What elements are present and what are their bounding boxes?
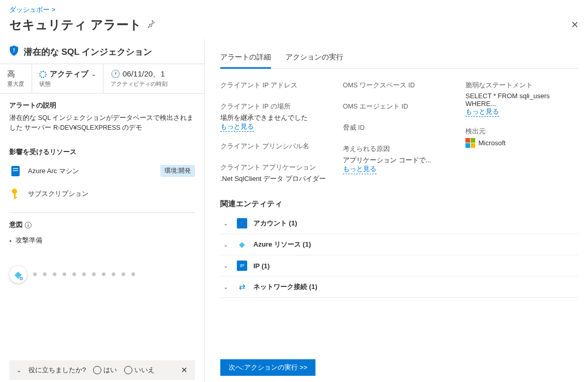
timeline-dot: [33, 272, 37, 276]
entities-title: 関連エンティティ: [220, 193, 578, 213]
severity-cell: 高 重大度: [0, 64, 32, 93]
breadcrumb[interactable]: ダッシュボー >: [9, 5, 579, 14]
breadcrumb-sep: >: [52, 6, 56, 13]
status-label: 状態: [39, 80, 96, 88]
chevron-down-icon[interactable]: ⌄: [92, 71, 96, 77]
timeline-dot: [92, 272, 96, 276]
clock-icon: 🕐: [111, 69, 120, 78]
close-icon[interactable]: ✕: [571, 19, 579, 30]
alert-title: 潜在的な SQL インジェクション: [24, 46, 152, 58]
chevron-down-icon: ⌄: [223, 284, 231, 291]
detected-value: Microsoft: [478, 139, 506, 147]
feedback-question: 役に立ちましたか?: [28, 365, 86, 375]
chevron-down-icon[interactable]: ⌄: [17, 367, 21, 374]
page-title: セキュリティ アラート: [9, 17, 142, 33]
time-cell: 🕐06/11/20、1 アクティビティの時刻: [103, 64, 204, 93]
feedback-yes[interactable]: はい: [93, 365, 117, 375]
oms-workspace-label: OMS ワークスペース ID: [343, 81, 455, 90]
client-app-label: クライアント アプリケーション: [220, 163, 333, 172]
description-title: アラートの説明: [9, 101, 195, 110]
client-ip-loc-label: クライアント IP の場所: [220, 102, 333, 111]
entity-azure[interactable]: ⌄ ◆ Azure リソース (1): [220, 234, 578, 255]
threat-id-label: 脅威 ID: [343, 124, 455, 132]
entity-network-label: ネットワーク接続 (1): [253, 282, 318, 292]
oms-agent-label: OMS エージェント ID: [343, 102, 455, 111]
timeline-dot: [102, 272, 105, 276]
resource-sub-label: サブスクリプション: [28, 189, 88, 198]
breadcrumb-dashboard[interactable]: ダッシュボー: [9, 6, 50, 13]
svg-rect-5: [14, 193, 16, 199]
azure-resource-icon: ◆: [237, 239, 247, 250]
resource-arc-label: Azure Arc マシン: [28, 166, 79, 176]
timeline-dot: [43, 272, 47, 276]
info-icon[interactable]: i: [25, 222, 32, 228]
timeline-dot: [63, 272, 66, 276]
tab-details[interactable]: アラートの詳細: [220, 50, 271, 69]
intent-item: 攻撃準備: [9, 233, 195, 248]
entity-account[interactable]: ⌄ 👤 アカウント (1): [220, 213, 578, 234]
entity-azure-label: Azure リソース (1): [253, 240, 311, 249]
detected-label: 検出元: [465, 127, 578, 136]
more-link[interactable]: もっと見る: [465, 108, 499, 117]
resource-arc[interactable]: Azure Arc マシン 環境:開発: [9, 160, 195, 182]
timeline-dot: [131, 272, 135, 276]
entity-account-label: アカウント (1): [253, 219, 297, 228]
timeline-current-node[interactable]: ◆: [9, 266, 27, 283]
status-cell[interactable]: アクティブ ⌄ 状態: [32, 64, 103, 93]
svg-rect-3: [13, 170, 18, 171]
description-body: 潜在的な SQL インジェクションがデータベースで検出されました サーバー R-…: [9, 113, 195, 133]
severity-label: 重大度: [7, 80, 24, 88]
cube-icon: ◆: [14, 269, 22, 280]
chevron-down-icon: ⌄: [223, 241, 231, 248]
account-icon: 👤: [237, 218, 247, 228]
severity-value: 高: [7, 69, 24, 79]
entity-ip-label: IP (1): [253, 262, 270, 270]
feedback-bar: ⌄ 役に立ちましたか? はい いいえ ✕: [9, 360, 195, 380]
timeline-dot: [72, 272, 76, 276]
chevron-down-icon: ⌄: [223, 220, 231, 227]
client-ip-loc-value: 場所を継承できませんでした: [220, 113, 333, 123]
status-value: アクティブ: [50, 69, 88, 79]
client-app-value: .Net SqlClient データ プロバイダー: [220, 174, 333, 184]
svg-text:!: !: [13, 47, 15, 53]
kill-chain-timeline: ◆: [0, 255, 204, 294]
feedback-no[interactable]: いいえ: [124, 365, 155, 375]
svg-rect-6: [14, 197, 17, 198]
time-label: アクティビティの時刻: [111, 80, 197, 88]
cause-value: アプリケーション コードで...: [343, 156, 455, 165]
entity-network[interactable]: ⌄ ⇄ ネットワーク接続 (1): [220, 277, 578, 298]
time-value: 06/11/20、1: [123, 69, 165, 78]
more-link[interactable]: もっと見る: [220, 123, 254, 132]
timeline-dot: [82, 272, 86, 276]
sql-server-icon: [9, 165, 22, 177]
tab-actions[interactable]: アクションの実行: [285, 50, 343, 68]
vuln-label: 脆弱なステートメント: [465, 81, 578, 90]
key-icon: [9, 188, 22, 200]
ip-icon: IP: [237, 261, 247, 271]
pin-icon[interactable]: [147, 20, 155, 30]
shield-icon: !: [9, 45, 19, 58]
client-ip-label: クライアント IP アドレス: [220, 81, 333, 90]
microsoft-logo-icon: [465, 138, 475, 148]
entity-ip[interactable]: ⌄ IP IP (1): [220, 255, 578, 277]
spinner-icon: [39, 71, 47, 78]
svg-rect-2: [13, 168, 18, 169]
network-icon: ⇄: [237, 282, 247, 292]
vuln-value: SELECT * FROM sqli_users WHERE...: [465, 92, 578, 108]
env-badge: 環境:開発: [160, 165, 195, 177]
timeline-dot: [53, 272, 56, 276]
affected-title: 影響を受けるリソース: [9, 147, 195, 157]
resource-subscription[interactable]: サブスクリプション: [9, 182, 195, 205]
cause-label: 考えられる原因: [343, 145, 455, 154]
timeline-dot: [122, 272, 125, 276]
intent-title: 意図i: [9, 220, 195, 230]
chevron-down-icon: ⌄: [223, 263, 231, 269]
timeline-dot: [112, 272, 115, 276]
feedback-close-icon[interactable]: ✕: [181, 365, 188, 375]
principal-label: クライアント プリンシパル名: [220, 142, 333, 151]
next-action-button[interactable]: 次へ:アクションの実行 >>: [220, 359, 315, 376]
more-link[interactable]: もっと見る: [343, 165, 376, 174]
